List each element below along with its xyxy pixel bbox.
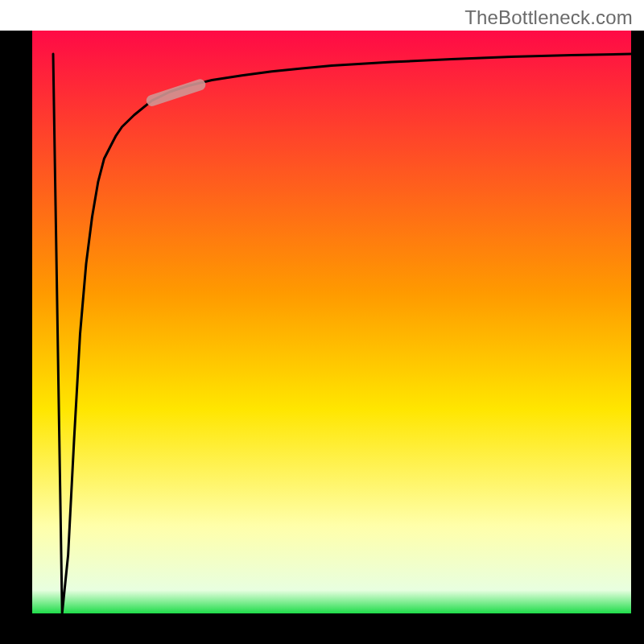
watermark-text: TheBottleneck.com [464,6,633,29]
gradient-background [32,31,631,613]
bottleneck-chart: TheBottleneck.com [0,0,644,644]
chart-svg [0,0,644,644]
